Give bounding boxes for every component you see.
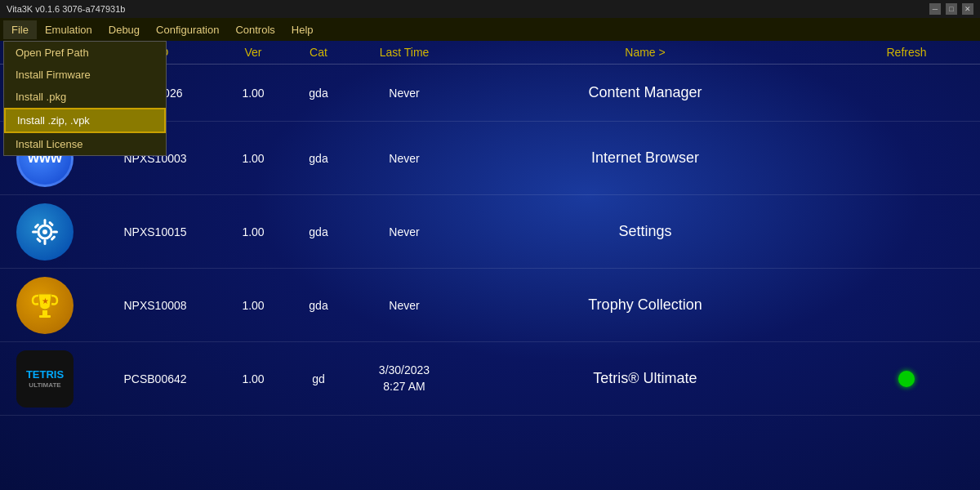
svg-rect-4 [32, 230, 38, 233]
svg-point-1 [42, 229, 47, 234]
titlebar-title: Vita3K v0.1.6 3076-a747931b [7, 4, 125, 14]
cell-time: Never [351, 152, 457, 165]
cell-cat: gda [286, 225, 351, 238]
cell-ver: 1.00 [220, 87, 286, 100]
svg-rect-3 [44, 239, 47, 245]
app-icon-settings [0, 203, 90, 261]
close-button[interactable]: ✕ [962, 3, 973, 15]
status-dot [898, 371, 915, 387]
table-row[interactable]: ★ NPXS10008 1.00 gda Never Trophy Collec… [0, 269, 980, 342]
tetris-icon: TETRIS ULTIMATE [16, 350, 74, 408]
svg-rect-11 [39, 315, 51, 318]
cell-time: Never [351, 87, 457, 100]
menu-help[interactable]: Help [283, 20, 322, 39]
maximize-button[interactable]: □ [946, 3, 957, 15]
dropdown-install-pkg[interactable]: Install .pkg [4, 86, 166, 108]
cell-time: Never [351, 299, 457, 312]
cell-ver: 1.00 [220, 225, 286, 238]
header-name-label: Name > [625, 46, 665, 59]
header-cat: Cat [286, 46, 351, 59]
dropdown-install-zip-vpk[interactable]: Install .zip, .vpk [4, 108, 166, 133]
svg-rect-5 [52, 230, 58, 233]
menu-file[interactable]: File [3, 20, 37, 39]
menu-debug[interactable]: Debug [100, 20, 148, 39]
cell-id: PCSB00642 [90, 372, 220, 385]
cell-name: Internet Browser [457, 149, 833, 167]
menu-controls[interactable]: Controls [227, 20, 283, 39]
titlebar: Vita3K v0.1.6 3076-a747931b ─ □ ✕ [0, 0, 980, 18]
dropdown-install-firmware[interactable]: Install Firmware [4, 64, 166, 86]
cell-ver: 1.00 [220, 152, 286, 165]
menu-emulation[interactable]: Emulation [37, 20, 100, 39]
cell-ver: 1.00 [220, 372, 286, 385]
cell-cat: gd [286, 372, 351, 385]
cell-ver: 1.00 [220, 299, 286, 312]
cell-id: NPXS10008 [90, 299, 220, 312]
menubar: File Emulation Debug Configuration Contr… [0, 18, 980, 41]
cell-name: Tetris® Ultimate [457, 370, 833, 387]
svg-rect-10 [42, 310, 47, 315]
dropdown-install-license[interactable]: Install License [4, 133, 166, 155]
cell-name: Settings [457, 223, 833, 240]
cell-time: 3/30/20238:27 AM [351, 363, 457, 394]
cell-id: NPXS10015 [90, 225, 220, 238]
cell-cat: gda [286, 152, 351, 165]
svg-rect-2 [44, 219, 47, 225]
header-name: Name > [457, 46, 833, 59]
settings-icon [16, 203, 74, 261]
svg-text:★: ★ [42, 296, 49, 305]
trophy-icon: ★ [16, 277, 74, 334]
header-refresh[interactable]: Refresh [833, 46, 980, 59]
titlebar-controls: ─ □ ✕ [929, 3, 973, 15]
cell-time: Never [351, 225, 457, 238]
dropdown-open-pref-path[interactable]: Open Pref Path [4, 42, 166, 64]
app-icon-tetris: TETRIS ULTIMATE [0, 350, 90, 408]
header-ver: Ver [220, 46, 286, 59]
menu-configuration[interactable]: Configuration [148, 20, 227, 39]
cell-cat: gda [286, 87, 351, 100]
header-last-time: Last Time [351, 46, 457, 59]
cell-name: Content Manager [457, 84, 833, 101]
cell-cat: gda [286, 299, 351, 312]
table-row[interactable]: TETRIS ULTIMATE PCSB00642 1.00 gd 3/30/2… [0, 342, 980, 416]
table-row[interactable]: NPXS10015 1.00 gda Never Settings [0, 195, 980, 269]
cell-name: Trophy Collection [457, 296, 833, 314]
app-icon-trophy-collection: ★ [0, 277, 90, 334]
file-dropdown: Open Pref Path Install Firmware Install … [3, 41, 167, 156]
minimize-button[interactable]: ─ [929, 3, 941, 15]
cell-status [833, 371, 980, 387]
